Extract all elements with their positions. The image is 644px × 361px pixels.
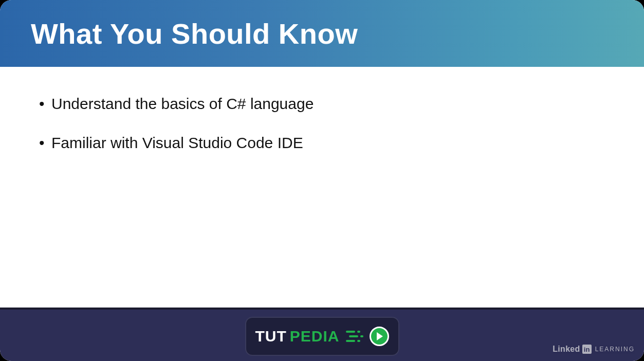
svg-rect-3 bbox=[360, 335, 363, 337]
svg-rect-0 bbox=[346, 331, 355, 333]
svg-marker-6 bbox=[377, 332, 383, 340]
slide-content: Understand the basics of C# language Fam… bbox=[0, 67, 644, 152]
linkedin-in-icon: in bbox=[582, 345, 592, 354]
list-item: Understand the basics of C# language bbox=[51, 95, 613, 113]
slide-title: What You Should Know bbox=[31, 17, 358, 50]
slide-header: What You Should Know bbox=[0, 0, 644, 67]
slide-footer: TUT PEDIA bbox=[0, 308, 644, 361]
slide: What You Should Know Understand the basi… bbox=[0, 0, 644, 361]
svg-rect-5 bbox=[357, 340, 360, 342]
svg-rect-1 bbox=[357, 331, 360, 333]
bullet-list: Understand the basics of C# language Fam… bbox=[51, 95, 613, 152]
svg-rect-4 bbox=[346, 340, 355, 342]
learning-text: LEARNING bbox=[595, 346, 635, 353]
list-item: Familiar with Visual Studio Code IDE bbox=[51, 134, 613, 152]
logo-text-pedia: PEDIA bbox=[290, 328, 340, 345]
tutpedia-logo: TUT PEDIA bbox=[245, 317, 399, 356]
speed-lines-icon bbox=[346, 329, 367, 344]
svg-rect-2 bbox=[349, 335, 358, 337]
play-icon bbox=[370, 327, 389, 346]
linkedin-learning-badge: Linked in LEARNING bbox=[553, 345, 635, 354]
linkedin-text: Linked bbox=[553, 345, 580, 354]
logo-text-tut: TUT bbox=[255, 328, 286, 345]
